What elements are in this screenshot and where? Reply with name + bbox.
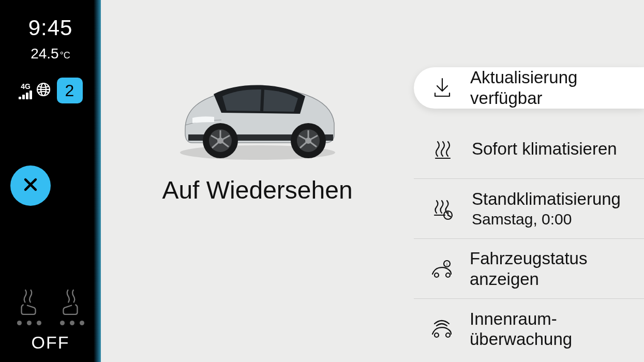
climate-now-icon [429,137,456,161]
main-panel: Auf Wiedersehen Aktualisierung verfügbar [101,0,644,362]
network-block: 4G [19,82,33,99]
menu-item-climatize-now[interactable]: Sofort klimatisieren [414,119,644,179]
svg-point-29 [435,273,439,277]
action-menu: Aktualisierung verfügbar Sofort klimatis… [414,0,644,362]
menu-item-interior-monitoring[interactable]: Innenraum- überwachung [414,299,644,359]
menu-item-update[interactable]: Aktualisierung verfügbar [414,67,644,109]
seat-left-level-dots [17,321,41,325]
svg-line-28 [448,215,451,217]
network-label: 4G [21,82,31,90]
connectivity-row: 4G 2 [19,78,83,103]
greeting-title: Auf Wiedersehen [162,176,352,204]
menu-label: Aktualisierung verfügbar [470,67,644,108]
svg-point-33 [435,333,439,337]
climate-off-label: OFF [32,333,70,353]
hero-panel: Auf Wiedersehen [101,0,414,362]
svg-line-6 [262,89,263,111]
seat-heater-icon [17,308,39,317]
clock: 9:45 [28,16,73,40]
menu-label: Innenraum- überwachung [470,309,644,350]
seat-heater-icon [60,308,82,317]
globe-icon [35,81,52,100]
svg-point-34 [446,333,450,337]
interior-monitoring-icon [429,316,454,341]
seat-right-level-dots [60,321,84,325]
infotainment-screen: 9:45 24.5 °C 4G 2 [0,0,644,362]
signal-icon [19,90,32,99]
seat-right-button[interactable] [60,289,84,325]
close-icon [22,176,39,195]
svg-text:i: i [446,262,447,267]
climate-schedule-icon [429,197,456,221]
menu-label: Standklimatisierung [472,189,621,209]
temperature-value: 24.5 [31,46,59,62]
close-button[interactable] [10,165,51,206]
outside-temperature: 24.5 °C [31,46,70,62]
temperature-unit: °C [60,50,70,61]
menu-sublabel: Samstag, 0:00 [472,210,621,229]
download-icon [429,76,455,100]
status-sidebar: 9:45 24.5 °C 4G 2 [0,0,101,362]
menu-label: Fahrzeugstatus anzeigen [470,248,644,289]
vehicle-status-icon: i [429,257,454,281]
notification-badge[interactable]: 2 [57,78,83,103]
seat-climate-area: OFF [0,289,101,362]
seat-left-button[interactable] [17,289,41,325]
svg-point-30 [446,273,450,277]
menu-item-climate-schedule[interactable]: Standklimatisierung Samstag, 0:00 [414,179,644,239]
vehicle-illustration [164,57,351,168]
menu-label: Sofort klimatisieren [472,139,617,159]
menu-item-vehicle-status[interactable]: i Fahrzeugstatus anzeigen [414,239,644,299]
